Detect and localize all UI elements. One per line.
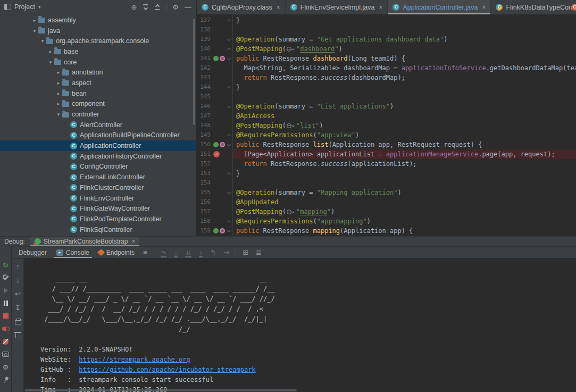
tree-item-component[interactable]: ▸component: [0, 99, 196, 110]
tree-item-FlinkEnvController[interactable]: CFlinkEnvController: [0, 193, 196, 204]
locate-file-icon[interactable]: ⊕: [131, 4, 137, 11]
hide-panel-icon[interactable]: —: [185, 4, 191, 11]
console-link[interactable]: https://streampark.apache.org: [79, 356, 190, 363]
code-line-142[interactable]: 142 Map<String, Serializable> dashboardM…: [197, 63, 576, 73]
tree-chevron-icon[interactable]: ▸: [55, 91, 62, 96]
expand-all-icon[interactable]: [143, 4, 148, 10]
debug-settings-gear-icon[interactable]: ⚙: [2, 363, 10, 371]
editor-tab-partial-icon[interactable]: C: [571, 4, 576, 11]
step-out-icon[interactable]: ↑: [199, 249, 203, 256]
endpoint-inlay-icon[interactable]: [287, 209, 296, 215]
code-line-155[interactable]: 155@Operation(summary = "Mapping applica…: [197, 188, 576, 197]
tree-item-FlinkClusterController[interactable]: CFlinkClusterController: [0, 182, 196, 193]
tree-item-org.apache.streampark.console[interactable]: ▾org.apache.streampark.console: [0, 36, 196, 46]
console-horizontal-scrollbar[interactable]: [24, 389, 297, 391]
tree-item-ExternalLinkController[interactable]: CExternalLinkController: [0, 172, 196, 182]
fold-marker[interactable]: [226, 144, 232, 146]
project-tree-scrollbar[interactable]: [193, 19, 195, 125]
fold-end-icon[interactable]: [227, 19, 231, 22]
tree-item-FlinkGateWayController[interactable]: CFlinkGateWayController: [0, 203, 196, 214]
collapse-all-icon[interactable]: [154, 4, 160, 10]
code-line-149[interactable]: 149@RequiresPermissions("app:view"): [197, 130, 576, 140]
down-stack-trace-icon[interactable]: ↓: [14, 276, 22, 284]
code-line-137[interactable]: 137}: [197, 15, 576, 25]
tree-item-aspect[interactable]: ▸aspect: [0, 78, 196, 88]
code-line-140[interactable]: 140@PostMapping("dashboard"): [197, 44, 576, 54]
tree-item-assembly[interactable]: ▸assembly: [0, 15, 196, 26]
tree-item-ApplicationHistoryController[interactable]: CApplicationHistoryController: [0, 151, 196, 162]
code-line-147[interactable]: 147@ApiAccess: [197, 111, 576, 121]
endpoint-inlay-icon[interactable]: [287, 123, 296, 129]
soft-wrap-icon[interactable]: ↩: [14, 289, 22, 298]
edit-configuration-icon[interactable]: [2, 274, 10, 281]
drop-frame-icon[interactable]: ↰: [210, 249, 216, 256]
spring-bean-icon[interactable]: [213, 56, 219, 61]
tree-item-core[interactable]: ▾core: [0, 57, 196, 68]
fold-collapse-icon[interactable]: [227, 104, 231, 107]
code-line-151[interactable]: 151✓ IPage<Application> applicationList …: [197, 149, 576, 159]
force-step-into-icon[interactable]: ⇊: [185, 249, 191, 256]
close-icon[interactable]: ×: [131, 238, 135, 245]
code-line-144[interactable]: 144}: [197, 82, 576, 92]
fold-marker[interactable]: [226, 106, 232, 107]
fold-marker[interactable]: [226, 19, 232, 22]
code-line-154[interactable]: 154: [197, 178, 576, 188]
code-line-138[interactable]: 138: [197, 25, 576, 35]
tree-item-base[interactable]: ▸base: [0, 46, 196, 57]
tree-chevron-icon[interactable]: ▸: [31, 18, 38, 23]
tree-item-ConfigController[interactable]: CConfigController: [0, 162, 196, 172]
tree-chevron-icon[interactable]: ▾: [39, 38, 46, 44]
tree-chevron-icon[interactable]: ▾: [55, 112, 62, 117]
code-line-146[interactable]: 146@Operation(summary = "List applicatio…: [197, 102, 576, 111]
code-line-145[interactable]: 145: [197, 92, 576, 102]
editor-tab-ApplicationController.java[interactable]: CApplicationController.java×: [388, 0, 491, 14]
tree-item-bean[interactable]: ▸bean: [0, 88, 196, 99]
spring-bean-icon[interactable]: [213, 142, 219, 147]
editor-tab-CglibAopProxy.class[interactable]: CCglibAopProxy.class×: [197, 0, 286, 14]
tree-item-controller[interactable]: ▾controller: [0, 109, 196, 120]
close-icon[interactable]: ×: [379, 4, 382, 11]
settings-gear-icon[interactable]: ⚙: [172, 4, 179, 11]
fold-marker[interactable]: [226, 47, 232, 51]
up-stack-trace-icon[interactable]: ↑: [14, 262, 22, 270]
view-breakpoints-icon[interactable]: [2, 326, 10, 331]
fold-end-icon[interactable]: [227, 47, 231, 51]
endpoint-mapping-icon[interactable]: [220, 142, 225, 147]
fold-marker[interactable]: [226, 192, 232, 194]
thread-dump-icon[interactable]: [2, 352, 9, 357]
tree-chevron-icon[interactable]: ▸: [47, 49, 54, 54]
debug-session-tab[interactable]: StreamParkConsoleBootstrap ×: [30, 237, 140, 246]
endpoint-mapping-icon[interactable]: [220, 56, 225, 61]
code-line-141[interactable]: 141public RestResponse dashboard(Long te…: [197, 54, 576, 63]
clear-console-icon[interactable]: [15, 333, 20, 338]
code-line-150[interactable]: 150public RestResponse list(Application …: [197, 140, 576, 149]
step-over-icon[interactable]: ↷: [161, 249, 166, 256]
print-icon[interactable]: [15, 320, 21, 324]
pause-program-icon[interactable]: [4, 301, 8, 306]
step-into-icon[interactable]: ↓: [174, 249, 178, 256]
close-icon[interactable]: ×: [482, 4, 486, 11]
code-line-139[interactable]: 139@Operation(summary = "Get application…: [197, 35, 576, 44]
breakpoint-verified-icon[interactable]: ✓: [213, 151, 220, 157]
code-editor[interactable]: 137}138139@Operation(summary = "Get appl…: [197, 14, 576, 236]
more-options-icon[interactable]: ≡: [143, 249, 147, 256]
debug-tab-console[interactable]: ▸Console: [52, 247, 94, 258]
code-line-148[interactable]: 148@PostMapping("list"): [197, 121, 576, 130]
code-line-157[interactable]: 157@PostMapping("mapping"): [197, 207, 576, 216]
fold-marker[interactable]: [226, 172, 232, 176]
code-line-152[interactable]: 152 return RestResponse.success(applicat…: [197, 159, 576, 169]
close-icon[interactable]: ×: [277, 4, 280, 11]
scroll-to-end-icon[interactable]: ↧: [14, 303, 22, 312]
fold-collapse-icon[interactable]: [227, 228, 231, 232]
fold-collapse-icon[interactable]: [227, 190, 231, 194]
debug-tab-endpoints[interactable]: Endpoints: [94, 247, 139, 258]
tree-chevron-icon[interactable]: ▾: [31, 28, 38, 34]
chevron-down-icon[interactable]: ▾: [38, 4, 41, 10]
fold-marker[interactable]: [226, 220, 232, 223]
fold-end-icon[interactable]: [227, 134, 231, 137]
layout-settings-icon[interactable]: ≣: [256, 249, 262, 256]
tree-item-annotation[interactable]: ▸annotation: [0, 67, 196, 78]
tree-chevron-icon[interactable]: ▸: [55, 80, 62, 86]
tree-item-ApplicationBuildPipelineController[interactable]: CApplicationBuildPipelineController: [0, 130, 196, 141]
mute-breakpoints-icon[interactable]: [3, 339, 9, 345]
